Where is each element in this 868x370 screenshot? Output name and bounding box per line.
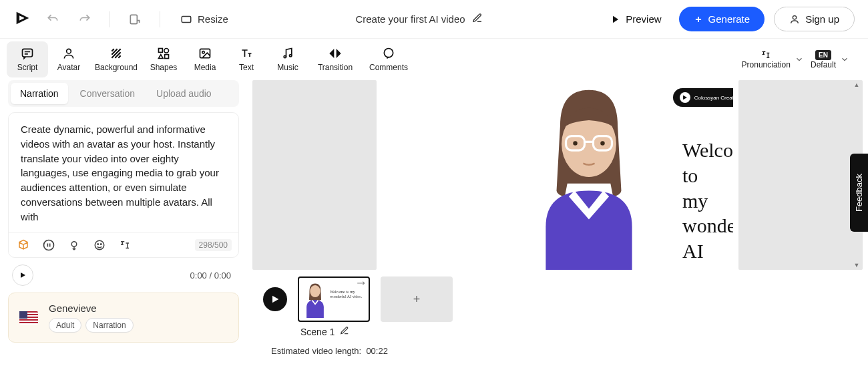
generate-button[interactable]: Generate <box>679 7 765 31</box>
tool-music[interactable]: Music <box>267 41 308 77</box>
tool-background[interactable]: Background <box>89 41 143 77</box>
script-footer: 298/500 <box>9 232 238 257</box>
tool-transition[interactable]: Transition <box>308 41 362 77</box>
scene-label: Scene 1 <box>300 327 335 337</box>
pronunciation-dropdown[interactable]: Pronunciation <box>742 49 804 69</box>
svg-point-6 <box>164 49 169 53</box>
svg-point-2 <box>793 15 796 19</box>
pause-circle-icon[interactable] <box>41 237 57 253</box>
tab-upload[interactable]: Upload audio <box>147 83 221 104</box>
tool-label: Background <box>95 63 138 72</box>
svg-point-25 <box>310 285 320 297</box>
undo-button[interactable] <box>41 8 64 31</box>
svg-point-10 <box>284 55 286 57</box>
edit-scene-icon[interactable] <box>340 326 349 338</box>
edit-title-icon[interactable] <box>472 13 483 26</box>
estimated-length: Estimated video length: 00:22 <box>252 346 863 356</box>
tool-label: Comments <box>369 63 408 72</box>
svg-point-11 <box>290 55 292 57</box>
resize-button[interactable]: Resize <box>174 9 235 29</box>
canvas-pad-right: ▲ ▼ <box>738 80 863 270</box>
chevron-down-icon <box>795 55 804 64</box>
svg-rect-0 <box>130 15 137 23</box>
canvas-row: Colossyan Creator™ Wel <box>252 80 863 270</box>
preview-label: Preview <box>626 13 661 25</box>
title-area: Create your first AI video <box>244 13 594 26</box>
svg-rect-1 <box>182 16 191 22</box>
voice-tag: Narration <box>85 318 133 333</box>
estimated-value: 00:22 <box>366 346 388 356</box>
svg-point-15 <box>95 240 104 250</box>
tab-narration[interactable]: Narration <box>11 83 68 104</box>
redo-button[interactable] <box>73 8 96 31</box>
tab-conversation[interactable]: Conversation <box>71 83 145 104</box>
svg-point-9 <box>202 51 204 53</box>
script-time: 0:00 / 0:00 <box>190 270 235 281</box>
main: Narration Conversation Upload audio Crea… <box>0 80 868 370</box>
tool-label: Shapes <box>150 63 178 72</box>
svg-point-13 <box>44 240 54 250</box>
logo[interactable] <box>13 9 32 30</box>
tool-text[interactable]: Text <box>226 41 267 77</box>
aspect-icon[interactable] <box>124 8 146 31</box>
canvas-title: Welcome to my wonderful AI video. <box>682 138 726 270</box>
chevron-down-icon <box>840 55 849 64</box>
feedback-tab[interactable]: Feedback <box>850 154 868 232</box>
tool-media[interactable]: Media <box>184 41 226 77</box>
flag-us-icon <box>19 311 38 325</box>
emoji-icon[interactable] <box>91 237 107 253</box>
lang-badge: EN <box>815 50 831 60</box>
resize-label: Resize <box>198 13 228 25</box>
project-title: Create your first AI video <box>355 13 465 25</box>
play-video-button[interactable] <box>263 287 287 311</box>
pronunciation-label: Pronunciation <box>742 60 791 69</box>
tool-label: Transition <box>318 63 353 72</box>
canvas-text-block[interactable]: Welcome to my wonderful AI video. Start … <box>682 138 726 270</box>
tool-avatar[interactable]: Avatar <box>48 41 89 77</box>
svg-point-14 <box>71 242 77 247</box>
signup-button[interactable]: Sign up <box>774 7 855 31</box>
script-box: Create dynamic, powerful and informative… <box>8 112 239 258</box>
canvas[interactable]: Colossyan Creator™ Wel <box>382 80 733 270</box>
scene-label-row: Scene 1 <box>252 326 863 338</box>
gesture-icon[interactable] <box>66 237 82 253</box>
play-script-button[interactable] <box>12 264 33 286</box>
tool-label: Media <box>194 63 216 72</box>
translate-icon[interactable] <box>117 237 133 253</box>
topbar: Resize Create your first AI video Previe… <box>0 0 868 39</box>
svg-point-4 <box>67 49 71 53</box>
left-panel: Narration Conversation Upload audio Crea… <box>0 80 247 370</box>
default-label: Default <box>811 60 836 69</box>
brand-text: Colossyan Creator™ <box>694 95 733 101</box>
tool-label: Music <box>277 63 298 72</box>
tool-shapes[interactable]: Shapes <box>143 41 184 77</box>
add-scene-button[interactable]: + <box>381 276 453 322</box>
tool-label: Text <box>239 63 254 72</box>
tool-comments[interactable]: Comments <box>362 41 415 77</box>
tool-label: Script <box>17 63 38 72</box>
svg-point-17 <box>101 244 102 245</box>
script-textarea[interactable]: Create dynamic, powerful and informative… <box>9 113 238 232</box>
voice-tag: Adult <box>49 318 81 333</box>
brand-pill: Colossyan Creator™ <box>673 88 733 107</box>
scene-thumbnail-1[interactable]: Welcome to mywonderful AI video. <box>298 276 370 322</box>
separator <box>160 11 160 27</box>
generate-label: Generate <box>708 13 750 25</box>
timeline: Welcome to mywonderful AI video. + <box>252 276 863 322</box>
toolrow-right: Pronunciation EN Default <box>742 49 861 69</box>
language-dropdown[interactable]: EN Default <box>811 50 849 69</box>
avatar-figure <box>502 83 676 270</box>
svg-point-22 <box>573 141 577 145</box>
canvas-pad-left <box>252 80 377 270</box>
svg-point-16 <box>97 244 99 245</box>
svg-rect-3 <box>23 49 33 57</box>
tool-script[interactable]: Script <box>7 41 48 77</box>
separator <box>110 11 110 27</box>
tool-label: Avatar <box>57 63 80 72</box>
script-tabs: Narration Conversation Upload audio <box>8 80 239 107</box>
play-row: 0:00 / 0:00 <box>8 263 239 287</box>
topbar-right: Preview Generate Sign up <box>603 7 855 31</box>
preview-button[interactable]: Preview <box>603 8 669 30</box>
cube-icon[interactable] <box>15 237 31 253</box>
voice-card[interactable]: Genevieve Adult Narration <box>8 293 239 343</box>
